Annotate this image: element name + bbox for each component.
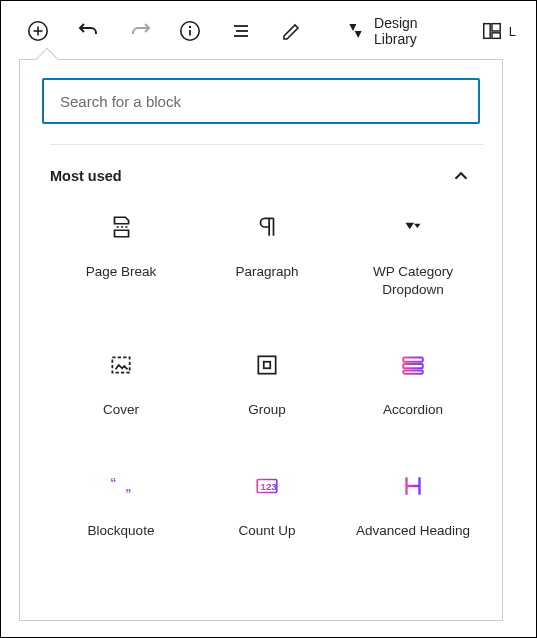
svg-rect-16 [112,358,129,373]
block-inserter-panel: Most used Page Break Paragraph [19,59,503,621]
block-label: Count Up [238,522,295,540]
search-wrapper [20,60,502,144]
cover-icon [107,351,135,379]
blocks-grid: Page Break Paragraph WP Category Dropdow… [42,207,492,570]
block-label: WP Category Dropdown [344,263,482,299]
section-title: Most used [50,168,122,184]
redo-button[interactable] [122,13,157,49]
block-label: Blockquote [88,522,155,540]
block-blockquote[interactable]: “ ” Blockquote [48,466,194,546]
svg-marker-15 [414,224,421,228]
search-input[interactable] [42,78,480,124]
block-cover[interactable]: Cover [48,345,194,425]
svg-rect-20 [403,364,423,368]
section-header-most-used[interactable]: Most used [42,151,492,207]
info-button[interactable] [173,13,208,49]
block-label: Accordion [383,401,443,419]
svg-rect-12 [492,24,500,31]
svg-rect-19 [403,358,423,362]
block-count-up[interactable]: 123 Count Up [194,466,340,546]
undo-button[interactable] [72,13,107,49]
count-up-icon: 123 [253,472,281,500]
outline-button[interactable] [224,13,259,49]
design-library-button[interactable]: Design Library [341,15,465,47]
block-group[interactable]: Group [194,345,340,425]
caret-down-icon [399,213,427,241]
blockquote-icon: “ ” [107,472,135,500]
design-library-icon [345,20,366,42]
block-label: Advanced Heading [356,522,470,540]
design-library-label: Design Library [374,15,461,47]
list-icon [229,19,253,43]
layout-label: L [509,24,516,39]
svg-rect-13 [492,33,500,39]
chevron-up-icon [450,165,472,187]
inserter-scroll-area[interactable]: Most used Page Break Paragraph [20,144,502,620]
group-icon [253,351,281,379]
block-advanced-heading[interactable]: Advanced Heading [340,466,486,546]
svg-marker-14 [405,223,414,230]
svg-rect-18 [264,362,271,369]
layout-button[interactable]: L [481,20,516,42]
svg-rect-11 [483,24,489,39]
svg-rect-21 [403,371,423,374]
layout-icon [481,20,503,42]
plus-circle-icon [26,19,50,43]
heading-icon [399,472,427,500]
block-paragraph[interactable]: Paragraph [194,207,340,305]
editor-toolbar: Design Library L [1,1,536,57]
block-label: Group [248,401,286,419]
block-label: Paragraph [235,263,298,281]
svg-rect-17 [258,357,275,374]
svg-marker-9 [349,24,356,31]
undo-icon [77,19,101,43]
block-page-break[interactable]: Page Break [48,207,194,305]
accordion-icon [399,351,427,379]
page-break-icon [107,213,135,241]
redo-icon [128,19,152,43]
svg-text:123: 123 [261,481,278,492]
add-block-button[interactable] [21,13,56,49]
pencil-icon [280,19,304,43]
info-icon [178,19,202,43]
edit-button[interactable] [274,13,309,49]
block-accordion[interactable]: Accordion [340,345,486,425]
block-wp-category-dropdown[interactable]: WP Category Dropdown [340,207,486,305]
svg-point-4 [189,26,191,28]
svg-marker-10 [355,31,362,38]
svg-text:”: ” [125,487,131,499]
section-divider [50,144,484,145]
paragraph-icon [253,213,281,241]
block-label: Cover [103,401,139,419]
block-label: Page Break [86,263,157,281]
